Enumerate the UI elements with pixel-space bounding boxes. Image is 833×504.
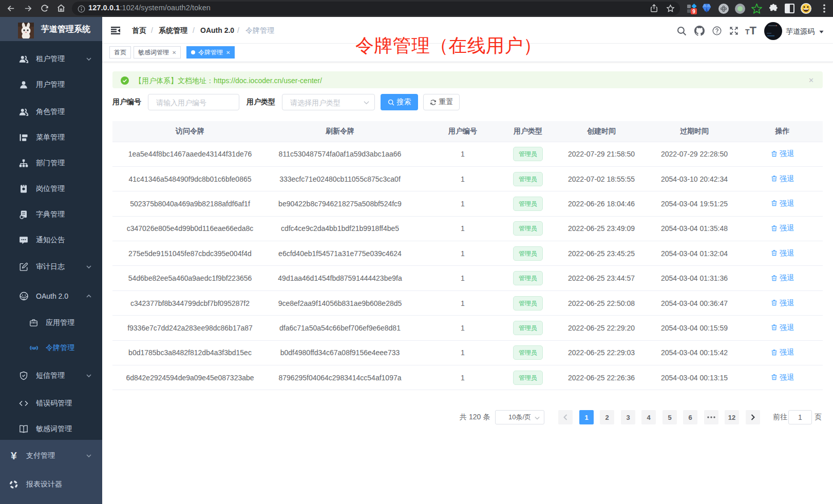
svg-text:9: 9 bbox=[692, 9, 695, 14]
svg-text:a: a bbox=[33, 346, 35, 351]
